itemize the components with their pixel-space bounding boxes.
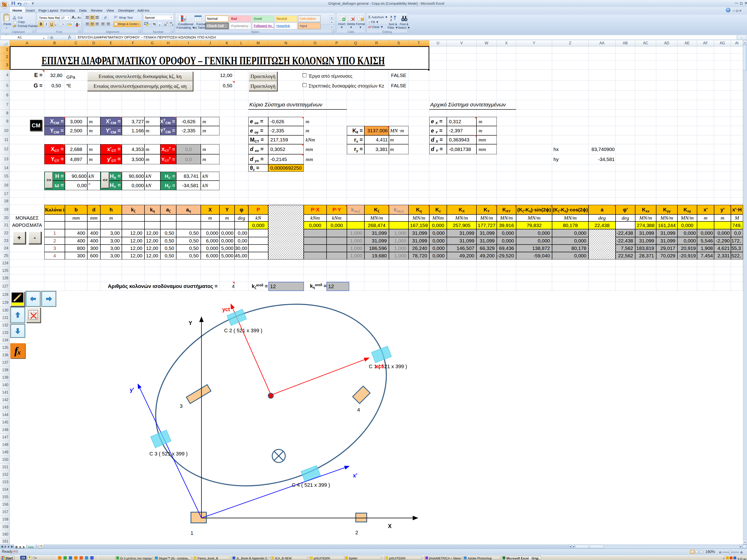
svg-text:▾: ▾ — [21, 3, 22, 5]
svg-text:2: 2 — [355, 530, 358, 535]
svg-text:▾: ▾ — [28, 3, 29, 5]
svg-text:1: 1 — [190, 530, 193, 536]
svg-text:4: 4 — [357, 407, 360, 413]
svg-text:C 3 ( 521 x 399 ): C 3 ( 521 x 399 ) — [149, 451, 188, 457]
svg-text:3: 3 — [180, 403, 183, 409]
svg-text:x': x' — [353, 473, 357, 479]
svg-text:C 1 ( 521 x 399 ): C 1 ( 521 x 399 ) — [369, 364, 407, 369]
svg-text:A: A — [390, 16, 392, 18]
svg-text:Y: Y — [189, 320, 192, 326]
svg-text:X: X — [388, 523, 392, 529]
svg-text:Z: Z — [390, 19, 392, 22]
svg-text:y': y' — [130, 387, 134, 393]
svg-text:xct: xct — [376, 363, 383, 369]
svg-text:C 2 ( 521 x 399 ): C 2 ( 521 x 399 ) — [224, 328, 262, 334]
svg-text:yct: yct — [222, 306, 230, 313]
svg-text:C 4 ( 521 x 399 ): C 4 ( 521 x 399 ) — [292, 482, 330, 488]
